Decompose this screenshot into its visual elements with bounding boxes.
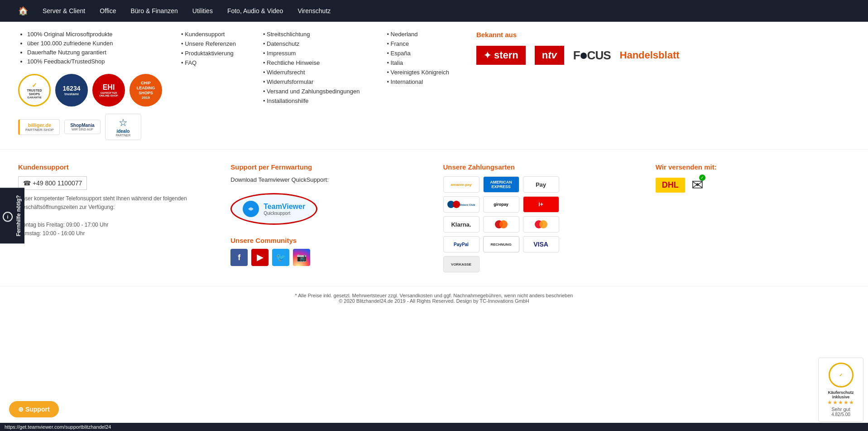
footer-link-item[interactable]: Impressum — [263, 50, 360, 57]
payment-klarna[interactable]: Klarna. — [443, 216, 480, 232]
zahlungsarten-column: Unsere Zahlungsarten amazon pay AMERICAN… — [443, 163, 638, 272]
footer-bar: * Alle Preise inkl. gesetzl. Mehrwertste… — [0, 286, 868, 310]
bekannt-title: Bekannt aus — [476, 31, 680, 39]
footer-links-list-1: Kundensupport Unsere Referenzen Produkta… — [181, 31, 236, 66]
media-logos: ✦ stern ntv FCUS Handelsblatt — [476, 46, 680, 65]
nav-server-client[interactable]: Server & Client — [43, 7, 85, 15]
bullet-item: Dauerhafte Nutzung garantiert — [27, 49, 163, 56]
teamviewer-description: Download Teamviewer QuickSupport: — [230, 176, 425, 183]
payment-paypal[interactable]: PayPal — [443, 236, 480, 252]
trustshop-badge[interactable]: ✓ TRUSTEDSHOPS GARANTIE — [18, 74, 51, 107]
bullet-item: über 100.000 zufriedene Kunden — [27, 40, 163, 47]
chip-badge[interactable]: CHIPLEADINGSHOPS 2019 — [129, 74, 162, 107]
nav-buero-finanzen[interactable]: Büro & Finanzen — [130, 7, 177, 15]
bullet-item: 100% Feedback/TrustedShop — [27, 58, 163, 65]
footer-link-item[interactable]: Produktaktivierung — [181, 50, 236, 57]
facebook-icon[interactable]: f — [230, 249, 248, 266]
teamviewer-sublabel: Quicksupport — [264, 211, 305, 216]
fernwartung-column: Support per Fernwartung Download Teamvie… — [230, 163, 425, 272]
footer-link-item[interactable]: Installationshilfe — [263, 97, 360, 104]
footer-link-item[interactable]: Versand und Zahlungsbedingungen — [263, 88, 360, 95]
sidebar-label: Fernhilfe nötig? — [15, 195, 22, 236]
nav-utilities[interactable]: Utilities — [192, 7, 213, 15]
footer-link-item[interactable]: Unsere Referenzen — [181, 40, 236, 47]
payment-apple-pay[interactable]: Pay — [523, 176, 559, 193]
payment-visa[interactable]: VISA — [523, 236, 559, 252]
footer-links-section: Kundensupport Unsere Referenzen Produkta… — [181, 31, 850, 140]
phone-number[interactable]: ☎ +49 800 1100077 — [18, 176, 87, 190]
payment-maestro[interactable] — [483, 216, 519, 232]
footer-link-item[interactable]: Streitschlichtung — [263, 31, 360, 38]
community-title: Unsere Communitys — [230, 237, 425, 244]
top-navigation: 🏠 Server & Client Office Büro & Finanzen… — [0, 0, 868, 22]
youtube-icon[interactable]: ▶ — [251, 249, 269, 266]
payment-i-plus[interactable]: i+ — [523, 196, 559, 213]
versand-logos: DHL ✉ ✓ — [656, 176, 850, 194]
footer-links-list-3: Nederland France España Italia Vereinigt… — [387, 31, 449, 85]
fernwartung-title: Support per Fernwartung — [230, 163, 425, 171]
twitter-icon[interactable]: 🐦 — [272, 249, 289, 266]
footer-link-item[interactable]: Datenschutz — [263, 40, 360, 47]
versand-title: Wir versenden mit: — [656, 163, 850, 171]
shopmania-badge[interactable]: ShopMania WIR SIND AUF — [64, 120, 101, 134]
focus-logo[interactable]: FCUS — [573, 48, 611, 63]
partner-badges: billiger.de PARTNER-SHOP ShopMania WIR S… — [18, 114, 163, 140]
payment-giropay[interactable]: giropay — [483, 196, 519, 213]
footer-link-item[interactable]: Rechtliche Hinweise — [263, 59, 360, 66]
trustami-badge[interactable]: 16234 trustami — [55, 74, 88, 107]
footer-link-item[interactable]: France — [387, 40, 449, 47]
footer-link-item[interactable]: Italia — [387, 59, 449, 66]
footer-links-col3: Nederland France España Italia Vereinigt… — [387, 31, 449, 140]
versand-column: Wir versenden mit: DHL ✉ ✓ — [656, 163, 850, 272]
payment-grid: amazon pay AMERICAN EXPRESS Pay Diners C… — [443, 176, 638, 272]
payment-diners[interactable]: Diners Club — [443, 196, 480, 213]
home-icon[interactable]: 🏠 — [18, 6, 28, 16]
handelsblatt-logo[interactable]: Handelsblatt — [620, 49, 680, 61]
nav-virenschutz[interactable]: Virenschutz — [297, 7, 331, 15]
bullet-item: 100% Original Microsoftprodukte — [27, 31, 163, 38]
footer-links-list-2: Streitschlichtung Datenschutz Impressum … — [263, 31, 360, 104]
footer-link-item[interactable]: Vereinigtes Königreich — [387, 69, 449, 76]
footer-links-col1: Kundensupport Unsere Referenzen Produkta… — [181, 31, 236, 140]
mail-logo[interactable]: ✉ ✓ — [691, 176, 704, 194]
footer-link-item[interactable]: España — [387, 50, 449, 57]
idealo-badge[interactable]: ☆ idealo PARTNER — [105, 114, 141, 140]
left-column: 100% Original Microsoftprodukte über 100… — [18, 31, 163, 140]
teamviewer-box[interactable]: TeamViewer Quicksupport — [230, 188, 425, 230]
zahlungsarten-title: Unsere Zahlungsarten — [443, 163, 638, 171]
nav-office[interactable]: Office — [100, 7, 116, 15]
bullet-list: 100% Original Microsoftprodukte über 100… — [18, 31, 163, 65]
payment-amazon[interactable]: amazon pay — [443, 176, 480, 193]
ntv-logo[interactable]: ntv — [535, 46, 564, 65]
kundensupport-title: Kundensupport — [18, 163, 212, 171]
dhl-logo[interactable]: DHL — [656, 178, 685, 193]
footer-links-col2: Streitschlichtung Datenschutz Impressum … — [263, 31, 360, 140]
ehi-badge[interactable]: EHI GEPRÜFTERONLINE-SHOP — [92, 74, 125, 107]
instagram-icon[interactable]: 📷 — [293, 249, 310, 266]
stern-logo[interactable]: ✦ stern — [476, 46, 526, 65]
footer-link-item[interactable]: International — [387, 78, 449, 85]
footer-link-item[interactable]: Widerrufsformular — [263, 78, 360, 85]
payment-vorkasse[interactable]: VORKASSE — [443, 256, 480, 272]
sidebar-fernhilfe[interactable]: i Fernhilfe nötig? — [0, 188, 24, 243]
billiger-badge[interactable]: billiger.de PARTNER-SHOP — [18, 119, 60, 135]
footer-copyright: © 2020 Blitzhandel24.de 2019 - All Right… — [18, 298, 850, 304]
footer-link-item[interactable]: FAQ — [181, 59, 236, 66]
bekannt-section: Bekannt aus ✦ stern ntv FCUS — [476, 31, 680, 140]
trust-badges: ✓ TRUSTEDSHOPS GARANTIE 16234 trustami E… — [18, 74, 163, 107]
footer-disclaimer: * Alle Preise inkl. gesetzl. Mehrwertste… — [18, 293, 850, 298]
main-content: 100% Original Microsoftprodukte über 100… — [0, 22, 868, 149]
footer-link-item[interactable]: Nederland — [387, 31, 449, 38]
kundensupport-column: Kundensupport ☎ +49 800 1100077 Unser ko… — [18, 163, 212, 272]
footer-link-item[interactable]: Widerrufsrecht — [263, 69, 360, 76]
teamviewer-label: TeamViewer — [264, 203, 305, 211]
sidebar-circle-icon: i — [3, 212, 13, 222]
bottom-section: Kundensupport ☎ +49 800 1100077 Unser ko… — [0, 149, 868, 286]
teamviewer-icon — [243, 201, 259, 217]
payment-mastercard[interactable] — [523, 216, 559, 232]
payment-rechnung[interactable]: RECHNUNG — [483, 236, 519, 252]
nav-foto-audio-video[interactable]: Foto, Audio & Video — [227, 7, 283, 15]
social-icons: f ▶ 🐦 📷 — [230, 249, 425, 266]
payment-amex[interactable]: AMERICAN EXPRESS — [483, 176, 519, 193]
footer-link-item[interactable]: Kundensupport — [181, 31, 236, 38]
